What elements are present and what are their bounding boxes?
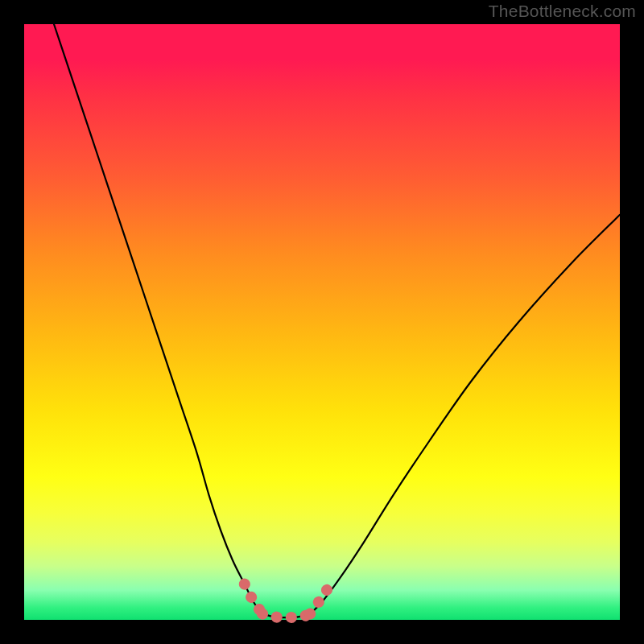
curve-right-branch xyxy=(310,215,620,614)
curve-layer xyxy=(24,24,620,620)
curve-left-branch xyxy=(54,24,262,614)
highlight-right xyxy=(310,581,331,614)
watermark-text: TheBottleneck.com xyxy=(489,2,636,21)
app-frame: TheBottleneck.com xyxy=(0,0,644,644)
plot-area xyxy=(24,24,620,620)
